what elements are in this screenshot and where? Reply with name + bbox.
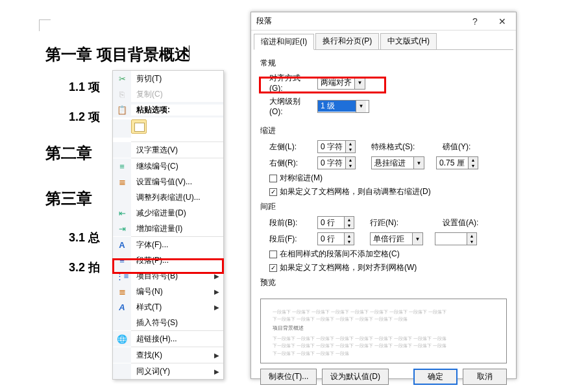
dialog-tabs: 缩进和间距(I) 换行和分页(P) 中文版式(H): [251, 31, 516, 49]
chevron-right-icon: ▶: [214, 288, 223, 295]
snap-to-grid-check[interactable]: ✓如果定义了文档网格，则对齐到网格(W): [269, 262, 507, 273]
heading-3[interactable]: 第三章: [45, 188, 92, 209]
indent-right-label: 右侧(R):: [269, 158, 313, 169]
highlight-ctx-paragraph: [112, 258, 224, 274]
group-preview: 预览: [260, 277, 507, 288]
cut-icon: ✂: [113, 71, 131, 86]
group-spacing: 间距: [260, 201, 507, 212]
dialog-titlebar[interactable]: 段落 ? ✕: [251, 12, 516, 31]
preview-box: 一段落下 一段落下 一段落下 一段落下 一段落下 一段落下 一段落下 一段落下 …: [260, 299, 507, 363]
group-general: 常规: [260, 58, 507, 69]
spin-down-icon[interactable]: ▼: [467, 239, 476, 245]
chevron-down-icon: ▼: [356, 101, 366, 112]
ctx-increase-indent[interactable]: ⇥增加缩进量(I): [113, 221, 223, 236]
spin-down-icon[interactable]: ▼: [345, 239, 354, 245]
font-icon: A: [113, 237, 131, 252]
auto-adjust-check[interactable]: ✓如果定义了文档网格，则自动调整右缩进(D): [269, 186, 507, 197]
dialog-title: 段落: [256, 16, 461, 27]
numbering-icon: ≣: [113, 284, 131, 299]
heading-1[interactable]: 第一章 项目背景概述: [45, 44, 247, 65]
chevron-right-icon: ▶: [214, 368, 223, 375]
paste-icon: 📋: [113, 102, 131, 117]
close-button[interactable]: ✕: [489, 12, 516, 30]
space-after-label: 段后(F):: [269, 234, 313, 245]
group-indent: 缩进: [260, 125, 507, 136]
ctx-numbering[interactable]: ≣编号(N)▶: [113, 284, 223, 299]
ctx-hanzi-reselect[interactable]: 汉字重选(V): [113, 142, 223, 158]
style-icon: A: [113, 299, 131, 315]
chevron-right-icon: ▶: [214, 352, 223, 359]
spin-up-icon[interactable]: ▲: [346, 157, 355, 163]
set-at-spin[interactable]: ▲▼: [435, 232, 477, 245]
ctx-copy: ⎘复制(C): [113, 86, 223, 102]
spin-down-icon[interactable]: ▼: [469, 163, 478, 169]
ctx-paste-options: [113, 117, 223, 141]
highlight-outline-level: [259, 77, 386, 93]
no-space-same-check[interactable]: 在相同样式的段落间不添加空格(C): [269, 249, 507, 260]
ctx-font[interactable]: A字体(F)...: [113, 237, 223, 252]
set-at-label: 设置值(A):: [443, 217, 482, 228]
ctx-paste-header: 📋粘贴选项:: [113, 102, 223, 117]
spin-up-icon[interactable]: ▲: [467, 233, 476, 239]
ctx-adjust-list-indent[interactable]: 调整列表缩进(U)...: [113, 190, 223, 205]
ok-button[interactable]: 确定: [413, 369, 458, 385]
outline-level-combo[interactable]: 1 级▼: [317, 100, 369, 113]
tabs-button[interactable]: 制表位(T)...: [260, 369, 317, 385]
ctx-cut[interactable]: ✂剪切(T): [113, 71, 223, 86]
outline-level-label: 大纲级别(O):: [269, 96, 313, 116]
tab-indent-spacing[interactable]: 缩进和间距(I): [254, 34, 314, 50]
spin-up-icon[interactable]: ▲: [345, 217, 354, 223]
ctx-hyperlink[interactable]: 🌐超链接(H)...: [113, 331, 223, 347]
special-indent-combo[interactable]: 悬挂缩进▼: [371, 156, 424, 169]
context-menu: ✂剪切(T) ⎘复制(C) 📋粘贴选项: 汉字重选(V) ≡继续编号(C) ≣设…: [112, 70, 224, 380]
ctx-insert-symbol[interactable]: 插入符号(S): [113, 315, 223, 330]
paste-keep-source-icon[interactable]: [131, 119, 147, 134]
spin-up-icon[interactable]: ▲: [346, 141, 355, 147]
spin-down-icon[interactable]: ▼: [346, 163, 355, 169]
hyperlink-icon: 🌐: [113, 331, 131, 347]
indent-by-spin[interactable]: 0.75 厘▲▼: [436, 156, 478, 169]
chevron-right-icon: ▶: [214, 304, 223, 311]
list-continue-icon: ≡: [113, 158, 131, 174]
space-after-spin[interactable]: 0 行▲▼: [317, 232, 354, 245]
special-indent-label: 特殊格式(S):: [371, 141, 421, 153]
spin-up-icon[interactable]: ▲: [345, 233, 354, 239]
spin-up-icon[interactable]: ▲: [469, 157, 478, 163]
indent-left-label: 左侧(L):: [269, 141, 313, 153]
indent-left-spin[interactable]: 0 字符▲▼: [317, 140, 356, 153]
chevron-down-icon: ▼: [412, 233, 422, 245]
ctx-find[interactable]: 查找(K)▶: [113, 347, 223, 363]
line-spacing-label: 行距(N):: [370, 217, 406, 228]
cancel-button[interactable]: 取消: [463, 369, 507, 385]
tab-asian[interactable]: 中文版式(H): [380, 33, 437, 49]
indent-right-spin[interactable]: 0 字符▲▼: [317, 156, 356, 169]
ctx-decrease-indent[interactable]: ⇤减少缩进量(D): [113, 205, 223, 221]
indent-by-label: 磅值(Y):: [443, 141, 479, 153]
space-before-spin[interactable]: 0 行▲▼: [317, 216, 354, 229]
line-spacing-combo[interactable]: 单倍行距▼: [370, 232, 423, 245]
spin-down-icon[interactable]: ▼: [346, 147, 355, 153]
set-default-button[interactable]: 设为默认值(D): [322, 369, 389, 385]
indent-icon: ⇥: [113, 221, 131, 236]
tab-line-page-breaks[interactable]: 换行和分页(P): [315, 33, 379, 49]
ctx-continue-numbering[interactable]: ≡继续编号(C): [113, 158, 223, 174]
ctx-style[interactable]: A样式(T)▶: [113, 299, 223, 315]
paragraph-dialog: 段落 ? ✕ 缩进和间距(I) 换行和分页(P) 中文版式(H) 常规 对齐方式…: [250, 12, 517, 379]
list-set-icon: ≣: [113, 174, 131, 190]
ctx-set-number[interactable]: ≣设置编号值(V)...: [113, 174, 223, 190]
spin-down-icon[interactable]: ▼: [345, 223, 354, 228]
preview-sample-line: 项目背景概述: [273, 325, 495, 333]
sym-indent-check[interactable]: 对称缩进(M): [269, 173, 507, 184]
ctx-synonym[interactable]: 同义词(Y)▶: [113, 363, 223, 379]
help-button[interactable]: ?: [461, 12, 489, 30]
chevron-down-icon: ▼: [413, 157, 424, 169]
outdent-icon: ⇤: [113, 205, 131, 221]
space-before-label: 段前(B):: [269, 217, 313, 228]
copy-icon: ⎘: [113, 86, 131, 102]
